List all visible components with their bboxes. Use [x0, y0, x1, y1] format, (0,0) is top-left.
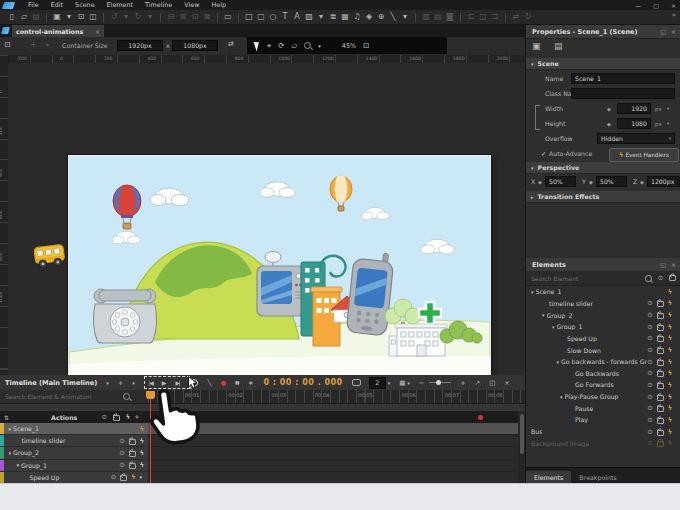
animation-icon[interactable]: ϟ	[668, 394, 672, 400]
add-timeline-icon[interactable]: +	[118, 379, 123, 387]
undo-chevron-icon[interactable]: ▾	[120, 10, 132, 24]
property-chevron-icon[interactable]: ▾	[139, 474, 142, 480]
timeline-zoom-slider[interactable]	[429, 382, 451, 383]
element-tree-item[interactable]: Slow Down⊙ϟ	[526, 344, 675, 356]
lock-icon[interactable]	[657, 430, 664, 436]
timeline-row[interactable]: ▾Group_2⊙ϟ	[0, 447, 518, 459]
timeline-row[interactable]: Speed Up⊙ϟ▾	[0, 472, 518, 483]
image-icon[interactable]: ▨	[303, 10, 315, 24]
lock-icon[interactable]	[657, 348, 664, 354]
align-right-icon[interactable]: ⊐	[489, 10, 501, 24]
eye-icon[interactable]: ⊙	[647, 359, 652, 365]
timeline-scrollbar[interactable]	[518, 411, 525, 483]
rounded-rectangle-icon[interactable]: ▢	[255, 10, 267, 24]
container-height-input[interactable]	[172, 40, 218, 51]
lock-icon[interactable]	[657, 301, 664, 307]
menu-scene[interactable]: Scene	[69, 0, 100, 10]
auto-advance-check-icon[interactable]: ✓	[541, 150, 546, 157]
timeline-track[interactable]	[148, 447, 518, 459]
x-keyframe-icon[interactable]: ◆	[538, 179, 542, 185]
rectangle-icon[interactable]: □	[243, 10, 255, 24]
lock-icon[interactable]	[657, 406, 664, 412]
animation-icon[interactable]: ϟ	[668, 370, 672, 376]
element-tree-item[interactable]: ▾Group_1⊙ϟ	[526, 321, 675, 333]
animation-icon[interactable]: ϟ	[140, 450, 144, 456]
menu-view[interactable]: View	[178, 0, 205, 10]
timeline-row[interactable]: ▾Group_1⊙ϟ	[0, 460, 518, 472]
flash-column-icon[interactable]: ϟ	[126, 414, 130, 420]
lock-icon[interactable]	[657, 383, 664, 389]
select-tool-icon[interactable]	[254, 40, 262, 51]
preview-icon[interactable]: ⊡	[75, 10, 87, 24]
redo-icon[interactable]: ↻	[132, 10, 144, 24]
flip-icon[interactable]: ⇄	[510, 10, 522, 24]
scene-section-header[interactable]: ▾ Scene	[526, 58, 680, 70]
add-scene-icon[interactable]: +	[30, 40, 37, 49]
float-panel-icon[interactable]: ◱	[489, 379, 495, 387]
swap-size-icon[interactable]: ⇄	[228, 40, 234, 48]
element-tree-item[interactable]: ▾Group_2⊙ϟ	[526, 309, 675, 321]
pen-icon[interactable]: ╲	[387, 10, 399, 24]
audio-icon[interactable]: ♫	[351, 10, 363, 24]
animation-icon[interactable]: ϟ	[668, 312, 672, 318]
fit-stage-icon[interactable]: ⊡	[363, 41, 369, 50]
element-tree-item[interactable]: Pause⊙ϟ	[526, 402, 675, 414]
eye-column-icon[interactable]: ⊙	[101, 414, 106, 420]
lock-icon[interactable]	[657, 418, 664, 424]
maximize-button[interactable]: ▢	[653, 2, 659, 9]
menu-element[interactable]: Element	[101, 0, 139, 10]
image-chevron-icon[interactable]: ▾	[315, 10, 327, 24]
element-tree-item[interactable]: timeline slider⊙ϟ	[526, 298, 675, 310]
ungroup-icon[interactable]: ▤	[432, 10, 444, 24]
text-icon[interactable]: T	[279, 10, 291, 24]
expand-arrow-icon[interactable]: ▾	[556, 359, 559, 365]
add-column-icon[interactable]: +	[134, 413, 139, 421]
undo-icon[interactable]: ↺	[108, 10, 120, 24]
edit-keyframe-icon[interactable]: ╲	[207, 379, 211, 387]
ellipse-icon[interactable]: ○	[267, 10, 279, 24]
grid-chevron-icon[interactable]: ▾	[407, 380, 410, 386]
document-properties-tab-icon[interactable]: ▤	[554, 41, 563, 51]
element-tree-item[interactable]: ▾Scene_1ϟ	[526, 286, 675, 298]
animation-icon[interactable]: ϟ	[668, 417, 672, 423]
copy-icon[interactable]: ⊞	[177, 10, 189, 24]
menu-file[interactable]: File	[22, 0, 45, 10]
close-button[interactable]: ×	[671, 2, 676, 9]
open-project-icon[interactable]: ▱	[18, 10, 30, 24]
close-panel-icon[interactable]: ×	[671, 261, 676, 268]
timeline-track[interactable]	[148, 460, 518, 472]
cut-icon[interactable]: ⊟	[165, 10, 177, 24]
animation-icon[interactable]: ϟ	[668, 324, 672, 330]
menu-timeline[interactable]: Timeline	[139, 0, 178, 10]
paste-icon[interactable]: ⊡	[189, 10, 201, 24]
expand-arrow-icon[interactable]: ▾	[9, 426, 12, 432]
new-file-icon[interactable]: ▯	[6, 10, 18, 24]
close-panel-icon[interactable]: ×	[671, 28, 676, 35]
symbol-icon[interactable]: ◈	[363, 10, 375, 24]
toolbar-overflow-icon[interactable]: »	[672, 11, 676, 19]
width-keyframe-icon[interactable]: ◆	[607, 106, 611, 112]
save-icon[interactable]: ▤	[30, 10, 42, 24]
timeline-row[interactable]: timeline slider⊙ϟ	[0, 435, 518, 447]
bus-element[interactable]	[32, 240, 67, 272]
event-handlers-button[interactable]: ϟ Event Handlers	[609, 148, 679, 162]
zoom-out-icon[interactable]: −	[419, 379, 424, 387]
y-keyframe-icon[interactable]: ◆	[589, 179, 593, 185]
lock-icon[interactable]	[129, 439, 136, 445]
menu-help[interactable]: Help	[205, 0, 232, 10]
timeline-scale-value[interactable]: 2	[369, 377, 386, 389]
timeline-track[interactable]	[148, 472, 518, 483]
eye-icon[interactable]: ⊙	[647, 324, 652, 330]
video-icon[interactable]: ▦	[339, 10, 351, 24]
eye-icon[interactable]: ⊙	[647, 335, 652, 341]
timeline-ruler[interactable]: 00:0100:0200:0300:0400:0500:0600:0700:08	[148, 390, 525, 404]
height-unit[interactable]: px	[655, 121, 662, 127]
animation-icon[interactable]: ϟ	[140, 438, 144, 444]
div-icon[interactable]: ≣	[327, 10, 339, 24]
element-tree-item[interactable]: ▾Go backwards - forwards Group⊙ϟ	[526, 356, 675, 368]
export-icon[interactable]: ▣	[51, 10, 63, 24]
animation-icon[interactable]: ϟ	[668, 359, 672, 365]
timeline-search-input[interactable]	[5, 393, 123, 400]
lock-icon[interactable]	[120, 475, 127, 481]
eye-icon[interactable]: ⊙	[111, 474, 116, 480]
